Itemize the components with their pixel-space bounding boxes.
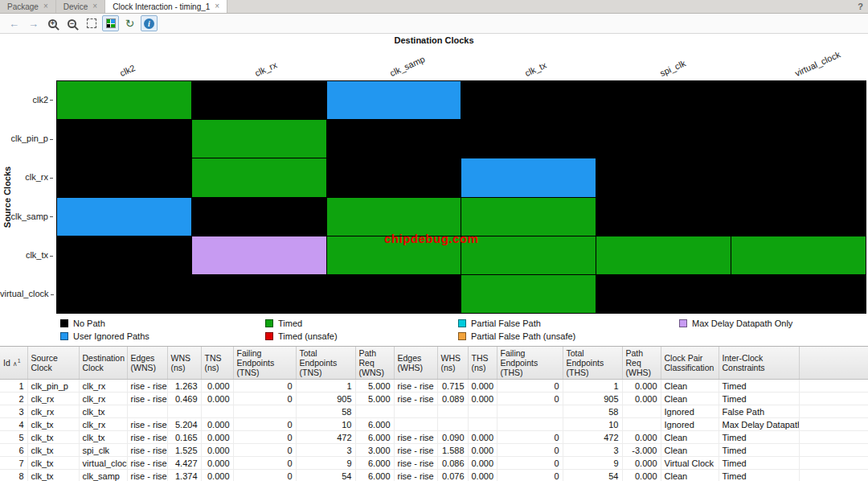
table-row-7[interactable]: 7clk_txvirtual_clockrise - rise4.4270.00…: [0, 457, 868, 470]
matrix-cell-clk-tx-to-clk-tx[interactable]: [461, 236, 596, 274]
table-cell[interactable]: rise - rise: [127, 457, 167, 470]
table-cell[interactable]: 0: [233, 444, 296, 457]
table-cell[interactable]: 0: [233, 380, 296, 393]
column-header-tns-ns[interactable]: TNS (ns): [201, 347, 233, 380]
info-button[interactable]: i: [141, 15, 158, 31]
table-cell[interactable]: 0.000: [201, 444, 233, 457]
matrix-cell-clk-samp-to-clk-tx[interactable]: [461, 198, 596, 236]
table-cell[interactable]: Timed: [719, 444, 799, 457]
matrix-cell-clk-pin-p-to-clk-samp[interactable]: [327, 120, 461, 158]
column-header-total-endpoints-ths[interactable]: Total Endpoints (THS): [563, 347, 622, 380]
table-cell[interactable]: [437, 418, 468, 431]
column-header-clock-pair-classification[interactable]: Clock Pair Classification: [661, 347, 719, 380]
table-cell[interactable]: 1: [0, 380, 27, 393]
matrix-cell-clk2-to-clk-tx[interactable]: [461, 81, 596, 119]
tab-clock-interaction-timing-1[interactable]: Clock Interaction - timing_1×: [105, 0, 227, 13]
table-cell[interactable]: 3.000: [355, 444, 394, 457]
table-cell[interactable]: 5.000: [355, 380, 394, 393]
matrix-cell-clk-tx-to-clk2[interactable]: [57, 236, 191, 274]
table-cell[interactable]: Timed: [719, 457, 799, 470]
table-cell[interactable]: [468, 405, 497, 418]
table-cell[interactable]: 3: [563, 444, 622, 457]
matrix-cell-clk-rx-to-virtual-clock[interactable]: [731, 158, 866, 196]
table-cell[interactable]: 6: [0, 444, 27, 457]
table-cell[interactable]: clk_tx: [79, 405, 127, 418]
column-header-id[interactable]: Id∧1: [0, 347, 27, 380]
matrix-cell-virtual-clock-to-virtual-clock[interactable]: [731, 275, 866, 313]
column-header-edges-whs[interactable]: Edges (WHS): [394, 347, 437, 380]
table-cell[interactable]: 0: [233, 393, 296, 405]
tab-package[interactable]: Package×: [0, 0, 56, 13]
matrix-cell-clk2-to-spi-clk[interactable]: [596, 81, 731, 119]
table-cell[interactable]: clk_samp: [79, 470, 127, 481]
back-button[interactable]: ←: [6, 15, 23, 31]
table-cell[interactable]: 54: [563, 470, 622, 481]
table-cell[interactable]: 0.000: [201, 418, 233, 431]
table-cell[interactable]: 1: [296, 380, 355, 393]
matrix-cell-virtual-clock-to-clk-samp[interactable]: [327, 275, 461, 313]
table-cell[interactable]: Max Delay Datapath Only: [719, 418, 799, 431]
zoom-in-button[interactable]: +: [44, 15, 61, 31]
table-cell[interactable]: 0.000: [201, 470, 233, 481]
table-cell[interactable]: 54: [296, 470, 355, 481]
table-cell[interactable]: 1.525: [167, 444, 201, 457]
matrix-cell-clk-samp-to-clk2[interactable]: [57, 198, 191, 236]
table-cell[interactable]: 1: [563, 380, 622, 393]
table-cell[interactable]: Virtual Clock: [661, 457, 719, 470]
table-cell[interactable]: clk_tx: [27, 444, 79, 457]
table-cell[interactable]: 7: [0, 457, 27, 470]
table-cell[interactable]: 3: [296, 444, 355, 457]
table-cell[interactable]: 0: [497, 393, 563, 405]
table-cell[interactable]: 0.000: [622, 431, 661, 444]
table-cell[interactable]: 58: [563, 405, 622, 418]
table-cell[interactable]: 0.000: [468, 380, 497, 393]
table-cell[interactable]: Timed: [719, 470, 799, 481]
table-cell[interactable]: rise - rise: [394, 431, 437, 444]
table-cell[interactable]: 1.588: [437, 444, 468, 457]
table-cell[interactable]: 9: [563, 457, 622, 470]
table-cell[interactable]: 6.000: [355, 470, 394, 481]
table-cell[interactable]: Clean: [661, 393, 719, 405]
table-cell[interactable]: Timed: [719, 380, 799, 393]
table-cell[interactable]: 0.000: [201, 380, 233, 393]
matrix-cell-clk-rx-to-spi-clk[interactable]: [596, 158, 731, 196]
matrix-cell-virtual-clock-to-clk2[interactable]: [57, 275, 191, 313]
table-cell[interactable]: 4.427: [167, 457, 201, 470]
table-cell[interactable]: 0: [233, 470, 296, 481]
matrix-cell-clk-samp-to-virtual-clock[interactable]: [731, 198, 866, 236]
table-cell[interactable]: 5.000: [355, 393, 394, 405]
table-cell[interactable]: 0: [497, 431, 563, 444]
table-cell[interactable]: 0.076: [437, 470, 468, 481]
table-cell[interactable]: 0.000: [201, 457, 233, 470]
table-cell[interactable]: False Path: [719, 405, 799, 418]
table-cell[interactable]: clk_tx: [27, 431, 79, 444]
matrix-cell-clk-samp-to-clk-samp[interactable]: [327, 198, 461, 236]
table-cell[interactable]: 0.469: [167, 393, 201, 405]
table-cell[interactable]: rise - rise: [127, 418, 167, 431]
matrix-cell-clk-samp-to-clk-rx[interactable]: [192, 198, 326, 236]
table-cell[interactable]: Timed: [719, 431, 799, 444]
zoom-out-button[interactable]: −: [63, 15, 80, 31]
table-cell[interactable]: rise - rise: [394, 470, 437, 481]
table-cell[interactable]: [622, 405, 661, 418]
column-header-destination-clock[interactable]: Destination Clock: [79, 347, 127, 380]
matrix-cell-clk-rx-to-clk2[interactable]: [57, 158, 191, 196]
table-cell[interactable]: 0.000: [468, 444, 497, 457]
matrix-view-button[interactable]: [102, 15, 119, 31]
table-cell[interactable]: 6.000: [355, 418, 394, 431]
table-cell[interactable]: [201, 405, 233, 418]
matrix-cell-clk-samp-to-spi-clk[interactable]: [596, 198, 731, 236]
table-cell[interactable]: [167, 405, 201, 418]
table-cell[interactable]: 0: [497, 470, 563, 481]
matrix-cell-clk-rx-to-clk-samp[interactable]: [327, 158, 461, 196]
table-cell[interactable]: clk_tx: [27, 457, 79, 470]
matrix-cell-clk2-to-clk2[interactable]: [57, 81, 191, 119]
tab-device[interactable]: Device×: [56, 0, 105, 13]
forward-button[interactable]: →: [25, 15, 42, 31]
table-cell[interactable]: 0.086: [437, 457, 468, 470]
table-cell[interactable]: 8: [0, 470, 27, 481]
table-cell[interactable]: Clean: [661, 380, 719, 393]
table-cell[interactable]: Timed: [719, 393, 799, 405]
table-cell[interactable]: [437, 405, 468, 418]
table-cell[interactable]: 5.204: [167, 418, 201, 431]
